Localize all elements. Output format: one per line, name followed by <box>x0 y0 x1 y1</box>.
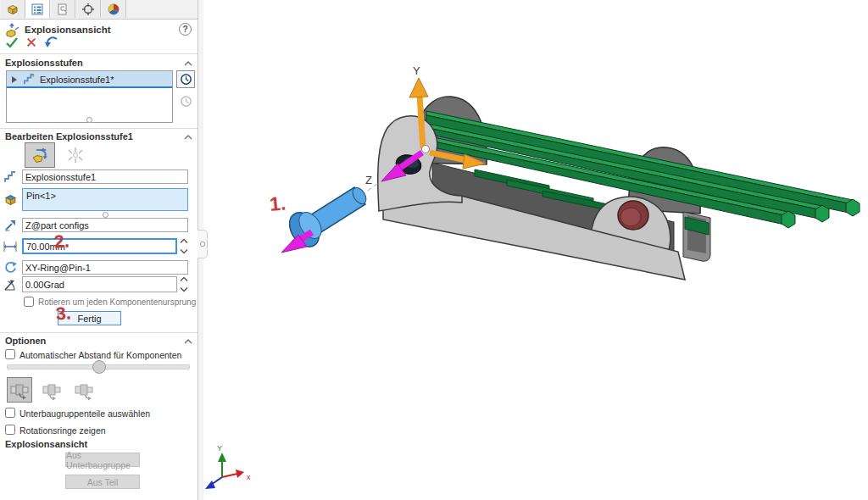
ok-button[interactable] <box>5 36 19 49</box>
dimxpert-icon <box>81 3 95 16</box>
pin-component[interactable] <box>281 186 369 253</box>
explode-steps-list[interactable]: Explosionsstufe1* <box>6 70 173 123</box>
tab-feature-manager[interactable] <box>1 0 25 18</box>
distance-spinner[interactable] <box>180 238 190 254</box>
knob-face[interactable] <box>620 208 641 226</box>
graphics-area[interactable]: Y Z 1. Y <box>203 0 868 500</box>
auto-spacing-slider-thumb[interactable] <box>92 360 106 374</box>
manager-tabstrip <box>0 0 198 19</box>
rotation-angle-input[interactable] <box>22 276 177 292</box>
solidworks-window: Explosionsansicht ? Explosionsstufen <box>0 0 868 500</box>
triad-z-label: Z <box>365 174 372 186</box>
corner-y-arrowhead <box>218 453 226 462</box>
explosion-view-label: Explosionsansicht <box>5 439 87 449</box>
explode-step-label: Explosionsstufe1* <box>40 75 114 85</box>
feature-manager-icon <box>6 3 19 16</box>
radial-step-icon <box>65 145 86 165</box>
radial-step-button <box>60 142 91 168</box>
select-subassembly-checkbox[interactable] <box>5 408 15 418</box>
arrange-option-2-icon <box>41 379 63 401</box>
explode-direction-icon <box>3 219 17 232</box>
auto-spacing-checkbox[interactable] <box>5 349 15 359</box>
corner-x-label: x <box>247 473 251 481</box>
viewport-3d[interactable]: Y Z 1. Y <box>203 0 868 500</box>
show-rotation-rings-label: Rotationsringe zeigen <box>19 425 106 436</box>
undo-button[interactable] <box>44 36 59 49</box>
step-name-icon <box>3 170 17 184</box>
panel-splitter-handle[interactable] <box>198 230 208 258</box>
arrange-option-3-icon <box>73 379 95 401</box>
clock-icon <box>180 73 192 86</box>
collapse-chevron-icon[interactable] <box>183 134 193 141</box>
spinner-up-icon[interactable] <box>180 238 188 244</box>
component-icon <box>3 192 18 207</box>
corner-z-label: z <box>203 490 204 498</box>
assembly-model[interactable] <box>378 97 860 280</box>
explode-step-row[interactable]: Explosionsstufe1* <box>7 71 172 88</box>
pencil-hex-end <box>815 205 829 222</box>
configuration-manager-icon <box>56 3 70 16</box>
show-rotation-rings-checkbox[interactable] <box>5 425 15 435</box>
arrange-option-1-icon <box>8 379 31 401</box>
explode-direction-input[interactable] <box>22 218 188 232</box>
property-manager-panel: Explosionsansicht ? Explosionsstufen <box>0 0 198 500</box>
tab-configuration-manager[interactable] <box>51 0 75 18</box>
tab-display-manager[interactable] <box>102 0 126 18</box>
auto-spacing-label: Automatischer Abstand für Komponenten <box>19 350 181 360</box>
collapse-chevron-icon[interactable] <box>183 60 193 67</box>
from-subassembly-button: Aus Unterbaugruppe <box>65 453 140 467</box>
arrange-option-1-button[interactable] <box>7 377 32 403</box>
angle-spinner[interactable] <box>180 276 190 292</box>
property-manager-icon <box>31 3 44 16</box>
rotation-axis-input[interactable] <box>22 260 188 275</box>
rotate-origin-checkbox[interactable] <box>24 297 34 307</box>
component-selection-box[interactable]: Pin<1> <box>22 188 188 211</box>
display-manager-icon <box>107 3 120 16</box>
resize-handle-dot[interactable] <box>103 212 108 218</box>
options-section-header[interactable]: Optionen <box>5 336 46 346</box>
stage-name-input[interactable] <box>22 169 188 184</box>
done-button[interactable]: Fertig <box>58 311 121 325</box>
corner-y-label: Y <box>217 444 222 453</box>
arrange-option-3-button[interactable] <box>71 377 97 403</box>
help-icon[interactable]: ? <box>179 23 192 36</box>
pencil-hex-end <box>782 211 795 228</box>
from-part-button: Aus Teil <box>65 475 140 489</box>
rotate-origin-label: Rotieren um jeden Komponentenursprung <box>38 297 196 307</box>
auto-spacing-slider[interactable] <box>7 364 190 369</box>
triad-y-arrowhead[interactable] <box>409 78 428 97</box>
edit-section-header[interactable]: Bearbeiten Explosionsstufe1 <box>5 131 133 142</box>
triad-y-label: Y <box>413 64 420 77</box>
arrange-option-2-button[interactable] <box>39 377 64 403</box>
tab-dimxpert-manager[interactable] <box>76 0 101 18</box>
splitter-dot <box>200 242 205 247</box>
corner-z-arrowhead <box>205 481 215 489</box>
explode-distance-icon <box>3 240 18 253</box>
spinner-up-icon[interactable] <box>180 276 188 282</box>
corner-x-arrowhead <box>236 469 244 478</box>
rotation-axis-icon <box>3 261 17 275</box>
cancel-button[interactable] <box>25 36 37 48</box>
reuse-step-button[interactable] <box>176 70 195 88</box>
collapse-chevron-icon[interactable] <box>183 338 193 345</box>
divider <box>0 53 198 54</box>
reuse-step-button-disabled <box>178 93 193 108</box>
spinner-down-icon[interactable] <box>180 286 188 292</box>
expand-arrow-icon[interactable] <box>11 76 18 83</box>
divider <box>0 332 198 333</box>
select-subassembly-label: Unterbaugruppenteile auswählen <box>19 408 150 419</box>
corner-triad: Y x z <box>203 444 251 498</box>
spinner-down-icon[interactable] <box>180 248 188 254</box>
stages-section-header[interactable]: Explosionsstufen <box>5 58 83 68</box>
triad-y-axis[interactable] <box>420 95 423 148</box>
rotation-angle-icon <box>3 277 18 292</box>
triad-origin-dot[interactable] <box>422 146 430 153</box>
pencil-hex-end <box>846 199 860 216</box>
resize-handle-dot[interactable] <box>86 117 92 123</box>
tab-property-manager[interactable] <box>25 0 50 19</box>
explode-distance-input[interactable] <box>22 238 177 254</box>
annotation-step-1: 1. <box>269 192 287 215</box>
explode-step-icon <box>23 73 36 86</box>
translate-step-button[interactable] <box>25 142 55 168</box>
translate-step-icon <box>30 145 50 165</box>
